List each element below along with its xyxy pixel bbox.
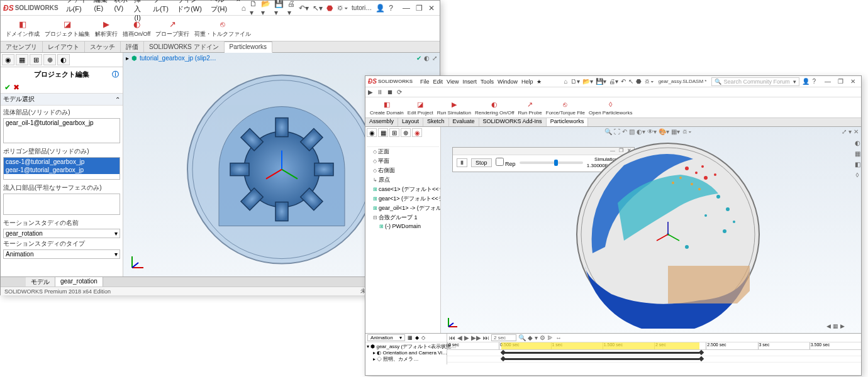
viewport-3d[interactable]: 🔍 ⛶ ↶ ▧ ◐▾ 👁▾ 🎨▾ ▦▾ ⛭▾ ⤢ ▾ ✕ ◐ ▦ ◧ ◊ [441, 127, 861, 333]
print-icon[interactable]: 🖨▾ [609, 78, 618, 85]
tl-opt-icon[interactable]: ▾ [535, 334, 538, 341]
view-settings-icon[interactable]: ⛭▾ [682, 128, 691, 135]
section-model-select[interactable]: モデル選択⌃ [1, 94, 123, 106]
panel-icon-5[interactable]: ◐ [57, 54, 70, 65]
menu-file[interactable]: File [420, 79, 430, 85]
help-icon[interactable]: ? [812, 78, 816, 85]
tree-gear-oil[interactable]: ⊞gear_oil<1> -> (デフォルト<<デフォル… [367, 204, 439, 213]
menu-edit[interactable]: Edit [433, 79, 443, 85]
undo-icon[interactable]: ↶ [621, 78, 626, 85]
tab-addins[interactable]: SOLIDWORKS Add-Ins [479, 118, 547, 126]
options-icon[interactable]: ⛭▾ [644, 78, 654, 85]
tab-evaluate[interactable]: Evaluate [449, 118, 479, 126]
ribbon-render-onoff[interactable]: ◐描画On/Off [120, 17, 153, 40]
tab-layout[interactable]: Layout [398, 118, 423, 126]
panel-icon-5[interactable]: ◉ [412, 128, 422, 137]
tab-layout[interactable]: レイアウト [43, 41, 85, 52]
play-icon[interactable]: ▶ [368, 89, 373, 96]
menu-pin-icon[interactable]: ★ [537, 79, 542, 85]
menu-view[interactable]: View [447, 79, 459, 85]
home-icon[interactable]: ⌂ [564, 78, 568, 85]
time-ruler[interactable]: 0 sec 0.500 sec 1 sec 1.500 sec 2 sec 2.… [447, 342, 861, 350]
list-item[interactable]: gear_oil-1@tutorial_gearbox_jp [4, 119, 120, 127]
key2-icon[interactable]: ◇ [421, 335, 425, 341]
strip-icon[interactable]: ◊ [856, 172, 859, 178]
bottom-tab-model[interactable]: モデル [26, 277, 55, 287]
pause-icon[interactable]: ⏸ [377, 89, 383, 96]
inflow-parts-list[interactable] [3, 194, 120, 215]
apply-scene-icon[interactable]: ▦▾ [671, 128, 680, 135]
track-row[interactable] [447, 350, 861, 356]
tree-gear[interactable]: ⊞gear<1> (デフォルト<<デフォルト>_表示状… [367, 194, 439, 204]
tl-next-icon[interactable]: ▶▶ [471, 334, 481, 341]
status-ok-icon[interactable]: ✔ [416, 55, 421, 62]
tab-particleworks[interactable]: Particleworks [547, 118, 589, 126]
zoom-area-icon[interactable]: ⛶ [614, 128, 620, 135]
pause-icon[interactable]: ⏸ [457, 158, 467, 167]
unit-cube-icon[interactable]: ▦ [833, 323, 838, 329]
user-icon[interactable]: 👤 [376, 4, 385, 13]
tab-assembly[interactable]: Assembly [365, 118, 398, 126]
user-icon[interactable]: 👤 [802, 78, 810, 85]
motion-type-select[interactable]: Animation▾ [3, 249, 120, 259]
panel-icon-1[interactable]: ◉ [367, 128, 377, 137]
ribbon-edit-project[interactable]: ◪プロジェクト編集 [42, 17, 92, 40]
panel-icon-3[interactable]: ⊞ [389, 128, 399, 137]
save-icon[interactable]: 💾▾ [596, 78, 606, 85]
open-icon[interactable]: 📂▾ [582, 78, 593, 85]
panel-icon-3[interactable]: ⊞ [30, 54, 42, 65]
tree-plane-top[interactable]: ◇平面 [367, 156, 439, 166]
breadcrumb-icon[interactable]: ▸ [126, 55, 129, 62]
tl-prev-icon[interactable]: ◀ [457, 334, 462, 341]
rebuild-icon[interactable]: ⬣ [636, 78, 642, 85]
panel-icon-1[interactable]: ◉ [2, 54, 14, 65]
ribbon-create-domain[interactable]: ◧Create Domain [368, 99, 406, 116]
new-icon[interactable]: 🗋▾ [250, 0, 257, 17]
motion-tree-cam[interactable]: ▸ ◐ Orientation and Camera Vi… [367, 350, 445, 356]
tl-start-icon[interactable]: ⏮ [449, 334, 455, 341]
polygon-wall-list[interactable]: case-1@tutorial_gearbox_jp gear-1@tutori… [3, 157, 120, 180]
ok-icon[interactable]: ✔ [4, 83, 11, 92]
menu-insert[interactable]: Insert [462, 79, 477, 85]
calc-icon[interactable]: ▦ [408, 335, 413, 341]
zoom-fit-icon[interactable]: 🔍 [604, 128, 612, 135]
help-icon[interactable]: ? [389, 4, 393, 13]
cancel-icon[interactable]: ✖ [13, 83, 19, 92]
tab-sketch[interactable]: Sketch [423, 118, 449, 126]
edit-appearance-icon[interactable]: 🎨▾ [659, 128, 669, 135]
tree-pwdomain[interactable]: ⊞(-) PWDomain [367, 222, 439, 230]
keyframe[interactable] [699, 350, 704, 355]
rebuild-icon[interactable]: ⬣ [326, 4, 333, 13]
tl-key-icon[interactable]: ◆ [528, 334, 533, 341]
prev-view-icon[interactable]: ↶ [622, 128, 627, 135]
ribbon-create-domain[interactable]: ◧ドメイン作成 [3, 17, 42, 40]
tl-end-icon[interactable]: ⏭ [483, 334, 489, 341]
ribbon-run-probe[interactable]: ↗Run Probe [516, 99, 544, 116]
tl-play-icon[interactable]: ▶ [464, 334, 469, 341]
tab-addins[interactable]: SOLIDWORKS アドイン [144, 41, 225, 52]
save-icon[interactable]: 💾▾ [274, 0, 284, 17]
new-icon[interactable]: 🗋▾ [570, 78, 580, 85]
minimize-icon[interactable]: — [822, 78, 833, 85]
options-icon[interactable]: ⛭▾ [337, 4, 348, 13]
close-icon[interactable]: ✕ [426, 4, 437, 13]
ribbon-edit-project[interactable]: ◪Edit Project [406, 99, 435, 116]
unit-next-icon[interactable]: ▶ [840, 323, 845, 329]
panel-icon-4[interactable]: ⊕ [401, 128, 411, 137]
list-item[interactable]: case-1@tutorial_gearbox_jp [4, 158, 120, 166]
track-bar[interactable] [501, 352, 700, 354]
restore-icon[interactable]: ❐ [835, 78, 846, 85]
ribbon-run-sim[interactable]: ▶Run Simulation [435, 99, 473, 116]
panel-icon-4[interactable]: ⊕ [43, 54, 56, 65]
menu-help[interactable]: Help [521, 79, 533, 85]
slider-thumb[interactable] [554, 160, 558, 166]
section-icon[interactable]: ▧ [629, 128, 635, 135]
tab-particleworks[interactable]: Particleworks [225, 41, 272, 53]
restore-icon[interactable]: ❐ [413, 4, 425, 13]
key-icon[interactable]: ◆ [415, 335, 419, 341]
tree-plane-front[interactable]: ◇正面 [367, 147, 439, 156]
view-triad[interactable] [128, 254, 146, 271]
ribbon-force-torque[interactable]: ⎋Force/Torque File [544, 99, 587, 116]
tl-spring-icon[interactable]: ⫸ [547, 334, 554, 341]
keyframe[interactable] [699, 356, 704, 361]
